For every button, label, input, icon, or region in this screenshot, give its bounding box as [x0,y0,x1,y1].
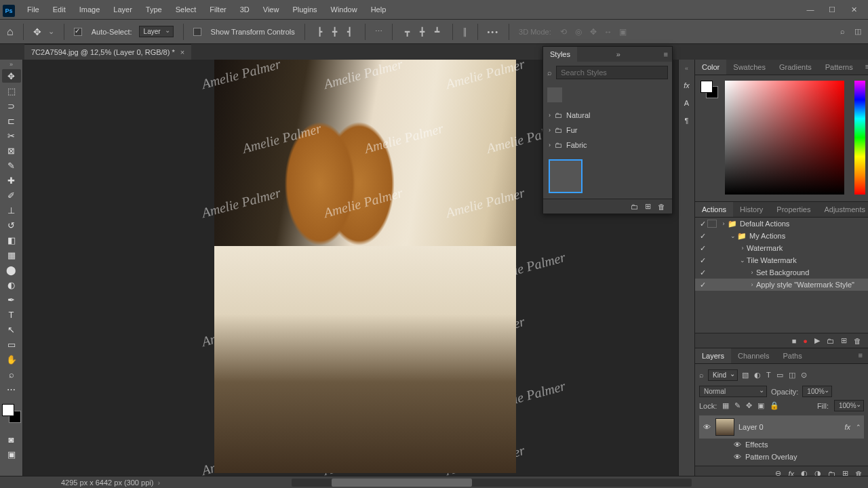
menu-window[interactable]: Window [324,0,364,19]
menu-help[interactable]: Help [364,0,393,19]
workspace-switcher-icon[interactable]: ◫ [854,27,861,36]
action-check-icon[interactable]: ✓ [698,244,707,253]
action-row[interactable]: ✓›Watermark [695,242,868,254]
frame-tool[interactable]: ⊠ [2,144,21,157]
show-transform-checkbox[interactable] [193,28,201,36]
menu-filter[interactable]: Filter [203,0,233,19]
selected-style-thumb[interactable] [549,159,583,193]
tool-preset-dropdown-icon[interactable]: ⌄ [48,27,54,36]
tab-channels[interactable]: Channels [731,348,776,363]
menu-view[interactable]: View [256,0,286,19]
edit-toolbar[interactable]: ⋯ [2,382,21,396]
style-group[interactable]: ›🗀Fabric [543,138,672,152]
tab-color[interactable]: Color [695,60,726,75]
new-set-icon[interactable]: 🗀 [827,337,834,345]
blur-tool[interactable]: ⬤ [2,263,21,277]
menu-select[interactable]: Select [169,0,203,19]
align-right-icon[interactable]: ┫ [344,27,355,37]
disclosure-icon[interactable]: › [738,245,747,251]
align-top-icon[interactable]: ┳ [402,27,413,37]
zoom-tool[interactable]: ⌕ [2,367,21,381]
dodge-tool[interactable]: ◐ [2,278,21,291]
play-icon[interactable]: ▶ [814,336,820,345]
tab-layers[interactable]: Layers [695,348,731,363]
lock-position-icon[interactable]: ✥ [746,401,752,410]
tab-history[interactable]: History [733,202,770,217]
disclosure-icon[interactable]: › [748,269,756,276]
action-row[interactable]: ✓⌄Tile Watermark [695,254,868,266]
action-dialog-toggle[interactable] [707,220,717,228]
menu-image[interactable]: Image [73,0,107,19]
fx-panel-icon[interactable]: fx [684,81,690,89]
layer-row[interactable]: 👁 Layer 0 fx ⌃ [699,415,864,439]
filter-smart-icon[interactable]: ◫ [789,371,795,380]
opacity-input[interactable]: 100% [802,386,832,397]
document-tab[interactable]: 7C2A7594.jpg @ 12,5% (Layer 0, RGB/8) * … [24,44,191,60]
marquee-tool[interactable]: ⬚ [2,84,21,98]
filter-shape-icon[interactable]: ▭ [776,371,783,380]
align-vcenter-icon[interactable]: ╋ [417,27,428,37]
disclosure-icon[interactable]: ⌄ [738,257,747,264]
action-check-icon[interactable]: ✓ [698,281,707,289]
disclosure-icon[interactable]: › [719,220,728,227]
style-group[interactable]: ›🗀Fur [543,123,672,138]
eraser-tool[interactable]: ◧ [2,233,21,247]
menu-file[interactable]: File [20,0,46,19]
menu-edit[interactable]: Edit [46,0,73,19]
close-tab-icon[interactable]: × [180,48,184,56]
style-swatch[interactable] [547,87,562,102]
tab-gradients[interactable]: Gradients [772,60,818,75]
filter-adjust-icon[interactable]: ◐ [754,371,761,380]
action-check-icon[interactable]: ✓ [698,256,707,265]
action-check-icon[interactable]: ✓ [698,268,707,277]
record-icon[interactable]: ● [803,337,808,345]
document-canvas[interactable]: Amelie PalmerAmelie PalmerAmelie PalmerA… [214,60,516,473]
fx-badge[interactable]: fx [844,423,850,431]
fg-bg-swatch[interactable] [701,81,718,98]
styles-panel[interactable]: Styles » ≡ ⌕ ›🗀Natural ›🗀Fur ›🗀Fabric 🗀 … [542,46,673,214]
menu-layer[interactable]: Layer [106,0,139,19]
stop-icon[interactable]: ■ [792,337,797,345]
filter-pixel-icon[interactable]: ▧ [742,371,749,380]
close-icon[interactable]: ✕ [849,5,859,14]
filter-kind-dropdown[interactable]: Kind [708,369,738,381]
type-tool[interactable]: T [2,308,21,321]
distribute-v-icon[interactable]: ║ [462,28,468,36]
delete-style-icon[interactable]: 🗑 [658,203,665,211]
tab-adjustments[interactable]: Adjustments [817,202,868,217]
selection-tool[interactable]: ⊏ [2,114,21,127]
lock-all-icon[interactable]: 🔒 [770,401,779,410]
action-dialog-toggle[interactable] [707,268,717,277]
visibility-icon[interactable]: 👁 [702,423,711,431]
shape-tool[interactable]: ▭ [2,338,21,351]
action-dialog-toggle[interactable] [707,281,717,289]
style-group[interactable]: ›🗀Natural [543,108,672,123]
healing-tool[interactable]: ✚ [2,174,21,187]
action-row[interactable]: ✓⌄📁My Actions [695,230,868,242]
menu-plugins[interactable]: Plugins [285,0,323,19]
tab-patterns[interactable]: Patterns [818,60,860,75]
color-swatches[interactable] [2,404,21,423]
lock-pixels-icon[interactable]: ▦ [722,401,729,410]
action-row[interactable]: ✓›Apply style "Watermark Style" [695,279,868,291]
color-field[interactable] [725,81,844,195]
tab-styles[interactable]: Styles [543,47,577,62]
action-row[interactable]: ✓›Set Background [695,266,868,279]
panel-menu-icon[interactable]: ≡ [660,50,672,58]
auto-select-checkbox[interactable] [74,28,82,36]
open-library-icon[interactable]: 🗀 [631,203,638,211]
visibility-icon[interactable]: 👁 [733,453,741,461]
lock-paint-icon[interactable]: ✎ [734,401,741,410]
align-left-icon[interactable]: ┣ [315,27,326,37]
layer-effects-row[interactable]: 👁 Effects [699,439,864,451]
pen-tool[interactable]: ✒ [2,293,21,306]
disclosure-icon[interactable]: ⌄ [729,232,737,239]
tab-properties[interactable]: Properties [770,202,817,217]
collapse-icon[interactable]: » [612,50,625,58]
crop-tool[interactable]: ✂ [2,129,21,142]
minimize-icon[interactable]: — [806,5,815,14]
home-icon[interactable]: ⌂ [7,26,14,38]
hand-tool[interactable]: ✋ [2,352,21,366]
filter-type-icon[interactable]: T [766,371,771,380]
layer-effect-item[interactable]: 👁 Pattern Overlay [699,451,864,463]
